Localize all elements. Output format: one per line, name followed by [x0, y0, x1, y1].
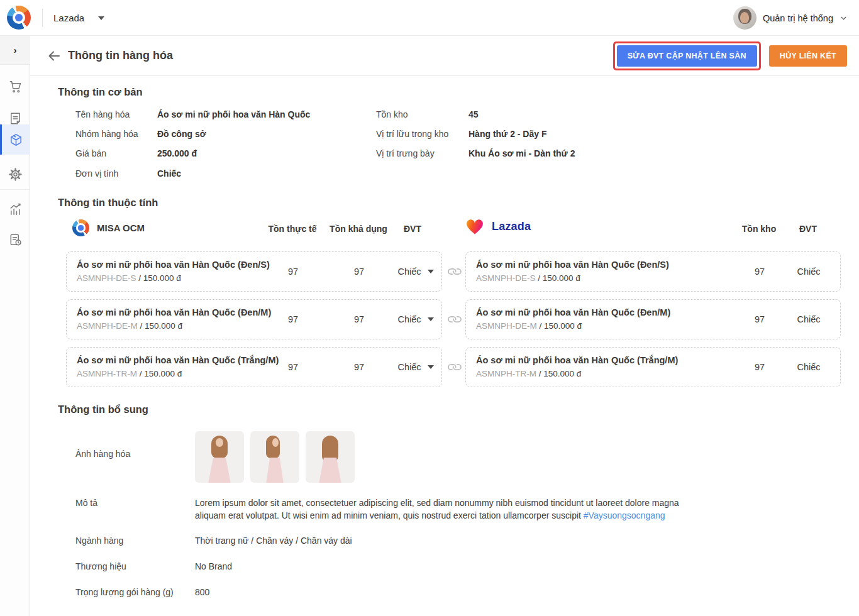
- variant-price: 150.000 đ: [144, 369, 182, 378]
- variant-price: 150.000 đ: [543, 273, 580, 283]
- page-header: Thông tin hàng hóa SỬA ĐVT CẬP NHẬT LÊN …: [30, 36, 859, 76]
- variant-sku: ASMNPH-TR-M: [77, 369, 137, 378]
- analytics-icon: [8, 202, 23, 217]
- unit-dropdown[interactable]: Chiếc: [389, 267, 442, 277]
- misa-variant-row: Áo sơ mi nữ phối hoa văn Hàn Quốc (Đen/S…: [66, 251, 442, 292]
- update-unit-button[interactable]: SỬA ĐVT CẬP NHẬT LÊN SÀN: [617, 45, 757, 67]
- misa-variant-row: Áo sơ mi nữ phối hoa văn Hàn Quốc (Đen/M…: [66, 299, 442, 339]
- highlight-frame: SỬA ĐVT CẬP NHẬT LÊN SÀN: [613, 41, 761, 70]
- variant-name: Áo sơ mi nữ phối hoa văn Hàn Quốc (Đen/S…: [77, 260, 270, 270]
- variant-sku-price: ASMNPH-TR-M / 150.000 đ: [77, 369, 182, 378]
- user-name: Quản trị hệ thống: [763, 13, 833, 23]
- lazada-logo-icon: [465, 218, 484, 235]
- separator: /: [536, 369, 543, 378]
- variant-sku: ASMNPH-DE-M: [77, 321, 138, 331]
- unlink-button[interactable]: HỦY LIÊN KẾT: [769, 45, 847, 67]
- stock-actual: 97: [267, 362, 319, 372]
- sidebar-expand-button[interactable]: ›: [0, 36, 30, 65]
- weight-value: 800: [195, 587, 209, 597]
- report-clock-icon: [8, 233, 23, 247]
- stock-available: 97: [333, 314, 385, 324]
- sidebar-item-settings[interactable]: [0, 159, 30, 189]
- sidebar-item-analytics[interactable]: [0, 194, 30, 224]
- variant-name: Áo sơ mi nữ phối hoa văn Hàn Quốc (Trắng…: [476, 355, 678, 365]
- product-photo-front[interactable]: [195, 431, 244, 483]
- misa-variant-row: Áo sơ mi nữ phối hoa văn Hàn Quốc (Trắng…: [66, 347, 442, 387]
- separator: /: [137, 369, 144, 378]
- field-value: Chiếc: [157, 168, 181, 179]
- link-icon: [448, 265, 461, 278]
- chevron-down-icon: [428, 365, 434, 369]
- topbar: Lazada Quản trị hệ thống: [0, 0, 859, 36]
- field-label: Vị trí trưng bày: [376, 148, 468, 158]
- arrow-left-icon: [47, 48, 62, 63]
- unit-dropdown[interactable]: Chiếc: [389, 362, 442, 372]
- unit-value: Chiếc: [397, 362, 421, 372]
- link-icon: [448, 313, 461, 326]
- sidebar: ›: [0, 36, 30, 616]
- field-row: Giá bán 250.000 đ: [75, 147, 197, 160]
- field-value: Khu Áo sơ mi - Dàn thứ 2: [468, 148, 575, 158]
- unit-value: Chiếc: [782, 362, 835, 372]
- separator: /: [136, 273, 143, 283]
- variant-sku-price: ASMNPH-DE-S / 150.000 đ: [77, 273, 181, 283]
- misa-table-header: MISA OCM: [72, 219, 145, 236]
- variant-sku-price: ASMNPH-DE-M / 150.000 đ: [77, 321, 182, 331]
- variant-price: 150.000 đ: [543, 369, 581, 378]
- field-value: 45: [468, 109, 479, 119]
- channel-selector[interactable]: Lazada: [53, 0, 104, 36]
- product-photo-side[interactable]: [250, 431, 299, 483]
- field-label: Nhóm hàng hóa: [75, 129, 157, 139]
- field-label: Tên hàng hóa: [75, 109, 157, 119]
- sidebar-item-products[interactable]: [0, 124, 30, 155]
- misa-logo-icon: [7, 6, 31, 30]
- field-value: 250.000 đ: [157, 148, 197, 158]
- sidebar-item-reports[interactable]: [0, 224, 30, 255]
- description-text: Lorem ipsum dolor sit amet, consectetuer…: [195, 497, 687, 522]
- chevron-down-icon: [840, 14, 848, 22]
- variant-sku: ASMNPH-TR-M: [476, 369, 536, 378]
- description-label: Mô tả: [75, 498, 97, 508]
- link-icon: [448, 361, 461, 373]
- variant-sku: ASMNPH-DE-S: [77, 273, 136, 283]
- field-row: Vị trí trưng bày Khu Áo sơ mi - Dàn thứ …: [376, 147, 575, 160]
- variant-sku-price: ASMNPH-TR-M / 150.000 đ: [476, 369, 581, 378]
- field-label: Đơn vị tính: [75, 168, 157, 179]
- brand-label: Thương hiệu: [75, 561, 126, 571]
- lazada-table-header: Lazada: [465, 218, 531, 235]
- unit-value: Chiếc: [397, 314, 421, 324]
- field-value: Đồ công sở: [157, 129, 206, 139]
- field-value: Hàng thứ 2 - Dãy F: [468, 129, 546, 139]
- basic-info-title: Thông tin cơ bản: [58, 86, 143, 98]
- column-header: ĐVT: [378, 224, 447, 234]
- field-row: Đơn vị tính Chiếc: [75, 167, 181, 180]
- product-box-icon: [9, 133, 23, 147]
- field-label: Giá bán: [75, 148, 157, 158]
- product-photo-back[interactable]: [306, 431, 355, 483]
- variant-name: Áo sơ mi nữ phối hoa văn Hàn Quốc (Trắng…: [77, 355, 279, 365]
- chevron-down-icon: [428, 317, 434, 321]
- category-label: Ngành hàng: [75, 536, 123, 546]
- back-button[interactable]: [47, 48, 63, 65]
- field-row: Nhóm hàng hóa Đồ công sở: [75, 128, 206, 140]
- document-icon: [8, 111, 23, 126]
- sidebar-item-sales[interactable]: [0, 71, 30, 101]
- weight-label: Trọng lượng gói hàng (g): [75, 587, 174, 597]
- variant-price: 150.000 đ: [145, 321, 182, 331]
- stock-value: 97: [733, 362, 786, 372]
- variant-name: Áo sơ mi nữ phối hoa văn Hàn Quốc (Đen/M…: [476, 307, 670, 317]
- misa-logo-icon: [72, 219, 89, 236]
- variant-price: 150.000 đ: [544, 321, 582, 331]
- lazada-variant-row: Áo sơ mi nữ phối hoa văn Hàn Quốc (Trắng…: [465, 347, 841, 387]
- divider: [0, 189, 30, 190]
- hashtag-link[interactable]: #Vaysuongsocngang: [584, 510, 665, 520]
- unit-value: Chiếc: [782, 314, 835, 324]
- brand-value: No Brand: [195, 561, 232, 571]
- lazada-variant-row: Áo sơ mi nữ phối hoa văn Hàn Quốc (Đen/S…: [465, 251, 841, 292]
- chevron-down-icon: [98, 16, 104, 20]
- field-label: Vị trí lữu trong kho: [376, 129, 468, 139]
- unit-value: Chiếc: [397, 267, 421, 277]
- user-menu[interactable]: Quản trị hệ thống: [733, 0, 848, 36]
- variant-sku-price: ASMNPH-DE-M / 150.000 đ: [476, 321, 582, 331]
- unit-dropdown[interactable]: Chiếc: [389, 314, 442, 324]
